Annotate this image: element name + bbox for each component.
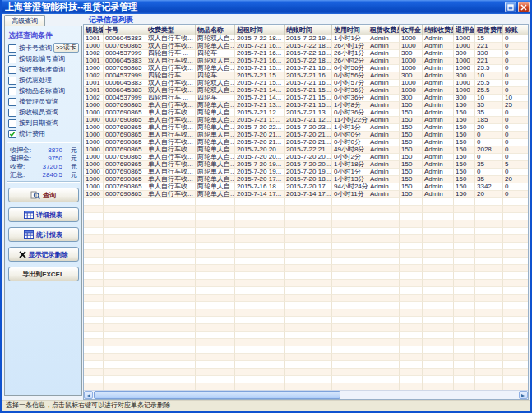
table-row[interactable]: 10000007690865单人自行车收...两轮单人自...2015-7-20… — [84, 124, 528, 132]
export-excel-button[interactable]: 导出到EXCEL — [8, 267, 79, 281]
table-row[interactable]: 10000007690865单人自行车收...两轮单人自...2015-7-20… — [84, 146, 528, 154]
cell: 2015-7-22 18... — [285, 58, 332, 65]
empty-cell — [423, 280, 454, 287]
cell: 150 — [400, 146, 423, 154]
checkbox-query-by-key-number[interactable] — [8, 55, 16, 63]
empty-cell — [475, 287, 503, 295]
cell: 10 — [475, 95, 503, 102]
empty-cell — [235, 295, 285, 302]
checkbox-query-by-cashier[interactable] — [8, 109, 16, 117]
table-row[interactable]: 10000007690865单人自行车收...两轮单人自...2015-7-20… — [84, 161, 528, 169]
table-row[interactable]: 10000007690865单人自行车收...两轮单人自...2015-7-20… — [84, 176, 528, 183]
table-row[interactable]: 10010006045383双人自行车收...两轮双人自...2015-7-22… — [84, 35, 528, 43]
table-row[interactable]: 10000007690865单人自行车收...两轮单人自...2015-7-14… — [84, 191, 528, 198]
empty-cell — [196, 213, 235, 220]
checkbox-query-by-fee-standard[interactable] — [8, 66, 16, 74]
empty-cell — [146, 220, 196, 228]
scroll-right-arrow-icon[interactable] — [519, 391, 528, 399]
table-row[interactable]: 10020004537999四轮自行车 ...四轮车2015-7-21 14..… — [84, 95, 528, 102]
cell: Admin — [423, 146, 454, 154]
column-header-3[interactable]: 物品名称 — [196, 25, 235, 35]
column-header-9[interactable]: 结账收费员 — [423, 25, 454, 35]
table-row[interactable]: 10000007690865单人自行车收...两轮单人自...2015-7-21… — [84, 117, 528, 124]
detail-report-button[interactable]: 详细报表 — [8, 207, 79, 222]
cell: 1001 — [84, 58, 104, 65]
empty-cell — [475, 295, 503, 302]
empty-cell — [400, 324, 423, 332]
column-header-0[interactable]: 钥匙编号 — [84, 25, 104, 35]
table-row[interactable]: 10000007690865双人自行车收...两轮单人自...2015-7-21… — [84, 65, 528, 72]
column-header-7[interactable]: 租赁收费员 — [368, 25, 400, 35]
table-row[interactable]: 10010006045383双人自行车收...两轮双人自...2015-7-21… — [84, 87, 528, 95]
horizontal-scrollbar[interactable] — [84, 390, 528, 399]
table-row[interactable]: 10020004537999四轮自行车 ...四轮车2015-7-21 16..… — [84, 50, 528, 58]
table-row[interactable]: 10000007690865单人自行车收...两轮单人自...2015-7-21… — [84, 102, 528, 109]
table-row[interactable]: 10000007690865单人自行车收...两轮单人自...2015-7-20… — [84, 154, 528, 161]
cell: 双人自行车收... — [146, 80, 196, 87]
empty-row — [84, 213, 528, 220]
table-row[interactable]: 10000007690865双人自行车收...两轮单人自...2015-7-21… — [84, 43, 528, 50]
scroll-thumb[interactable] — [94, 391, 340, 399]
empty-cell — [332, 383, 368, 390]
checkbox-query-by-item-name[interactable] — [8, 87, 16, 95]
empty-cell — [104, 258, 146, 265]
cell: 双人自行车收... — [146, 43, 196, 50]
table-row[interactable]: 10000007690865单人自行车收...两轮单人自...2015-7-20… — [84, 132, 528, 139]
cell: 150 — [400, 169, 423, 176]
empty-cell — [235, 213, 285, 220]
column-header-1[interactable]: 卡号 — [104, 25, 146, 35]
column-header-4[interactable]: 起租时间 — [235, 25, 285, 35]
empty-cell — [146, 272, 196, 280]
table-row[interactable]: 10020004537999四轮自行车 ...四轮车2015-7-21 15..… — [84, 72, 528, 80]
checkbox-query-by-admin[interactable] — [8, 98, 16, 106]
column-header-10[interactable]: 退押金 — [454, 25, 475, 35]
empty-cell — [285, 228, 332, 235]
table-row[interactable]: 10000007690865单人自行车收...两轮单人自...2015-7-16… — [84, 183, 528, 191]
titlebar[interactable]: 上海普澄智能科技--租赁记录管理 — [0, 0, 532, 14]
empty-cell — [84, 220, 104, 228]
empty-cell — [235, 258, 285, 265]
empty-cell — [332, 317, 368, 324]
checkbox-stats-fee[interactable] — [8, 130, 16, 138]
column-header-6[interactable]: 使用时间 — [332, 25, 368, 35]
show-delete-button[interactable]: 显示记录删除 — [8, 247, 79, 262]
checkbox-query-by-date[interactable] — [8, 119, 16, 128]
empty-cell — [423, 235, 454, 243]
table-row[interactable]: 10000007690865单人自行车收...两轮单人自...2015-7-20… — [84, 139, 528, 146]
empty-cell — [146, 243, 196, 250]
column-header-5[interactable]: 结账时间 — [285, 25, 332, 35]
read-card-button[interactable]: >>读卡 — [53, 43, 79, 53]
close-icon — [520, 4, 527, 11]
empty-cell — [84, 198, 104, 206]
cell: 1000 — [84, 161, 104, 169]
table-row[interactable]: 10000007690865单人自行车收...两轮单人自...2015-7-21… — [84, 109, 528, 117]
column-header-2[interactable]: 收费类型 — [146, 25, 196, 35]
empty-cell — [423, 206, 454, 213]
empty-cell — [196, 265, 235, 272]
restore-button[interactable] — [505, 2, 516, 12]
tab-advanced-query[interactable]: 高级查询 — [4, 15, 45, 26]
table-row[interactable]: 10000007690865单人自行车收...两轮单人自...2015-7-20… — [84, 169, 528, 176]
cell: 0 — [503, 58, 528, 65]
empty-cell — [146, 213, 196, 220]
cell: 单人自行车收... — [146, 102, 196, 109]
cell: 300 — [400, 50, 423, 58]
close-button[interactable] — [518, 2, 530, 12]
table-row[interactable]: 10010006045383双人自行车收...两轮双人自...2015-7-21… — [84, 58, 528, 65]
checkbox-discount-handling[interactable] — [8, 77, 16, 85]
table-row[interactable]: 10010006045383双人自行车收...两轮双人自...2015-7-21… — [84, 80, 528, 87]
stats-report-button[interactable]: 统计报表 — [8, 227, 79, 242]
scroll-left-arrow-icon[interactable] — [84, 391, 93, 399]
empty-cell — [454, 272, 475, 280]
cell: 单人自行车收... — [146, 132, 196, 139]
empty-cell — [146, 302, 196, 309]
query-button[interactable]: 查询 — [8, 188, 79, 202]
column-header-12[interactable]: 赊账 — [503, 25, 528, 35]
cell: 2015-7-22 18... — [285, 43, 332, 50]
empty-cell — [235, 272, 285, 280]
cell: 25.5 — [475, 87, 503, 95]
checkbox-query-by-card[interactable] — [8, 44, 16, 53]
column-header-8[interactable]: 收押金 — [400, 25, 423, 35]
stat-row: 收押金:8870元 — [5, 146, 81, 154]
column-header-11[interactable]: 租赁费用 — [475, 25, 503, 35]
